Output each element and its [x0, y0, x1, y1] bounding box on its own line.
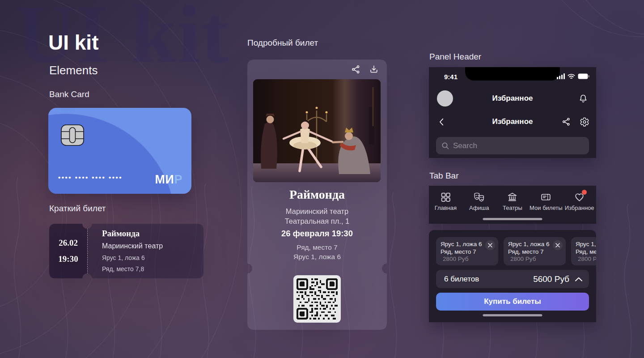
tab-label: Театры	[503, 205, 522, 211]
seat-info: Ряд, место 7	[247, 243, 387, 251]
chip-price: 2800 Руб	[576, 256, 596, 263]
panel-header-component: 9:41 Избранное Избранное	[429, 67, 596, 158]
ticket-venue: Мариинский театр	[102, 242, 163, 250]
close-icon	[555, 243, 560, 247]
search-bar[interactable]	[436, 137, 589, 154]
tab-label: Главная	[435, 205, 457, 211]
section-label-panel-header: Panel Header	[429, 52, 481, 62]
ticket-tier: Ярус 1, ложа 6	[102, 254, 145, 261]
download-icon[interactable]	[369, 64, 379, 74]
performance-datetime: 26 февраля 19:30	[247, 229, 387, 239]
wifi-icon	[568, 73, 575, 79]
search-icon	[441, 142, 449, 150]
page-title: UI kit	[48, 30, 98, 55]
performance-title: Раймонда	[247, 188, 387, 202]
theater-masks-icon	[473, 192, 485, 203]
ticket-stub	[49, 224, 87, 278]
cart-total: 5600 Руб	[533, 274, 569, 284]
cart-summary-row[interactable]: 6 билетов 5600 Руб	[436, 270, 589, 288]
share-icon[interactable]	[351, 64, 361, 74]
ticket-date: 26.02	[49, 238, 87, 248]
chip-price: 2800 Руб	[441, 256, 494, 263]
tab-label: Мои билеты	[530, 205, 562, 211]
tab-bar-component: Главная Афиша Театры	[429, 186, 596, 224]
seat-chip[interactable]: Ярус 1, ложа 6 Ряд, место 7 2800 Руб	[436, 237, 498, 265]
selected-seats-scroller[interactable]: Ярус 1, ложа 6 Ряд, место 7 2800 Руб Яру…	[436, 237, 596, 265]
buy-tickets-button[interactable]: Купить билеты	[436, 293, 589, 311]
remove-seat-button[interactable]	[485, 240, 495, 250]
ticket-count: 6 билетов	[444, 275, 479, 284]
bank-card: •••• •••• •••• •••• МИР	[48, 108, 191, 194]
section-label-short-ticket: Краткий билет	[49, 204, 106, 213]
search-input[interactable]	[453, 141, 584, 150]
tab-theaters[interactable]: Театры	[496, 191, 530, 211]
ticket-icon	[540, 192, 551, 203]
battery-icon	[578, 73, 589, 79]
tab-label: Избранное	[565, 205, 594, 211]
emv-chip-icon	[61, 124, 84, 146]
chip-seat: Ряд, место 7	[441, 248, 494, 256]
remove-seat-button[interactable]	[553, 240, 563, 250]
ticket-seats: Ряд, место 7,8	[102, 265, 144, 273]
home-indicator[interactable]	[483, 218, 542, 220]
ticket-perforation	[87, 228, 88, 274]
ticket-time: 19:30	[49, 254, 87, 264]
tab-favorites[interactable]: Избранное	[563, 191, 596, 211]
chip-seat: Ряд, место 7	[508, 248, 561, 256]
tab-home[interactable]: Главная	[429, 191, 462, 211]
page-subtitle: Elements	[49, 64, 97, 77]
cart-panel-component: Ярус 1, ложа 6 Ряд, место 7 2800 Руб Яру…	[429, 230, 596, 322]
close-icon	[488, 243, 492, 247]
mir-brand-logo: МИР	[155, 173, 182, 187]
status-bar-time: 9:41	[444, 73, 458, 81]
chip-price: 2800 Руб	[508, 256, 561, 263]
screen-title-favorites: Избранное	[429, 94, 596, 103]
short-ticket-card[interactable]: 26.02 19:30 Раймонда Мариинский театр Яр…	[49, 224, 203, 278]
favorites-badge-dot	[582, 190, 587, 195]
theater-building-icon	[507, 192, 518, 203]
chevron-up-icon	[575, 277, 583, 281]
tab-playbill[interactable]: Афиша	[462, 191, 496, 211]
section-label-detailed-ticket: Подробный билет	[247, 38, 318, 48]
tier-info: Ярус 1, ложа 6	[247, 253, 387, 261]
home-indicator[interactable]	[483, 314, 542, 316]
bell-icon[interactable]	[578, 94, 588, 104]
card-number-masked: •••• •••• •••• ••••	[58, 174, 123, 181]
performance-photo	[253, 79, 381, 182]
chip-seat: Ряд, место 7	[576, 248, 596, 256]
cellular-signal-icon	[557, 73, 565, 79]
chip-tier: Ярус 1, ложа 6	[576, 241, 596, 248]
ticket-title: Раймонда	[102, 229, 140, 239]
tab-label: Афиша	[469, 205, 489, 211]
venue-address: Театральная пл., 1	[247, 217, 387, 226]
grid-icon	[440, 192, 451, 203]
seat-chip[interactable]: Ярус 1, ложа 6 Ряд, место 7 2800 Руб	[571, 237, 596, 265]
detailed-ticket-card: Раймонда Мариинский театр Театральная пл…	[247, 60, 387, 330]
venue-name: Мариинский театр	[247, 207, 387, 216]
section-label-tab-bar: Tab Bar	[429, 171, 458, 181]
share-icon[interactable]	[562, 117, 571, 127]
seat-chip[interactable]: Ярус 1, ложа 6 Ряд, место 7 2800 Руб	[504, 237, 566, 265]
section-label-bank-card: Bank Card	[49, 90, 89, 99]
phone-notch	[465, 67, 560, 81]
tab-my-tickets[interactable]: Мои билеты	[529, 191, 563, 211]
gear-icon[interactable]	[580, 117, 589, 127]
qr-code	[293, 275, 341, 323]
